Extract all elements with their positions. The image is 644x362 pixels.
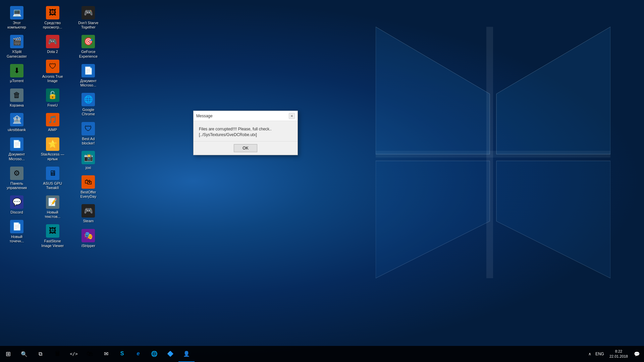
taskbar-notification[interactable]: 💬 [632,346,641,362]
taskbar-skype[interactable]: S [114,346,130,362]
taskbar-mail[interactable]: ✉ [98,346,114,362]
taskbar-code[interactable]: </> [66,346,82,362]
taskbar-time: 8:22 [615,349,622,354]
dialog-ok-button[interactable]: OK [234,144,257,152]
taskbar-right: ∧ ENG 8:22 22.01.2018 💬 [587,346,644,362]
taskbar-app7[interactable]: 👤 [178,346,195,362]
taskbar-language[interactable]: ENG [594,352,605,356]
taskbar-pinned-apps: 🖩 </> 🛍 ✉ S e 🌐 🔷 👤 [50,346,195,362]
taskbar-overflow-button[interactable]: ∧ [587,352,593,356]
taskbar-edge[interactable]: e [130,346,146,362]
message-dialog: Message × Files are corrupted!!!! Please… [193,111,298,155]
desktop: 💻Этот компьютер🎬XSplit Gamecaster⬇µTorre… [0,0,644,362]
taskbar-app6[interactable]: 🔷 [162,346,178,362]
taskbar-chrome[interactable]: 🌐 [146,346,162,362]
dialog-titlebar: Message × [194,111,298,121]
dialog-overlay: Message × Files are corrupted!!!! Please… [0,0,644,346]
taskbar-store[interactable]: 🛍 [82,346,98,362]
search-button[interactable]: 🔍 [16,346,32,362]
taskbar: ⊞ 🔍 ⧉ 🖩 </> 🛍 ✉ S e 🌐 🔷 👤 ∧ ENG 8:22 22.… [0,346,644,362]
taskbar-calc[interactable]: 🖩 [50,346,66,362]
dialog-title: Message [196,114,213,118]
dialog-footer: OK [194,141,298,155]
task-view-button[interactable]: ⧉ [32,346,48,362]
dialog-message: Files are corrupted!!!! Please, full che… [194,121,298,141]
taskbar-clock[interactable]: 8:22 22.01.2018 [607,346,631,362]
taskbar-date: 22.01.2018 [609,354,628,359]
start-button[interactable]: ⊞ [0,346,16,362]
dialog-close-button[interactable]: × [289,113,295,119]
